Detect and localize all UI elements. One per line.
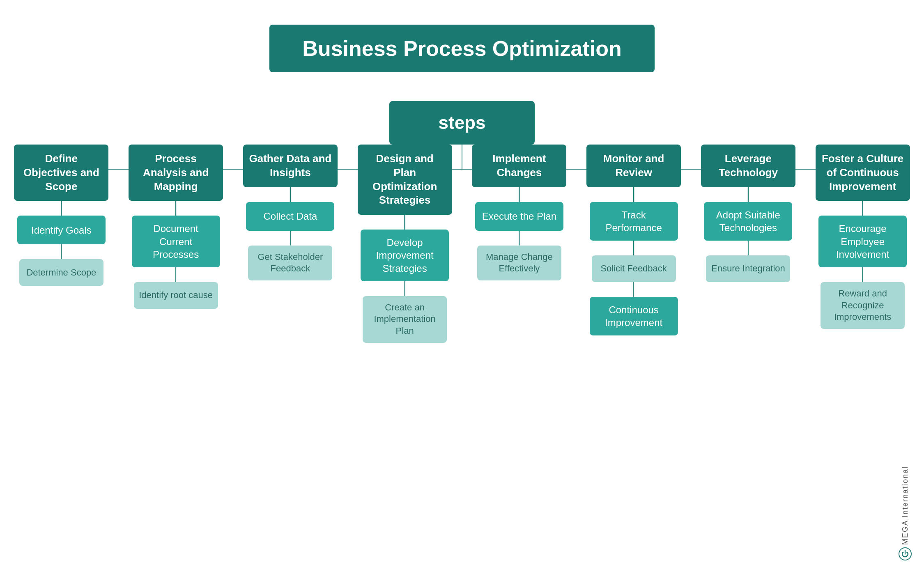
child-node-col1-0: Identify Goals — [17, 216, 106, 244]
columns-area: Define Objectives and ScopeIdentify Goal… — [4, 145, 920, 343]
steps-label: steps — [439, 113, 486, 133]
column-col5: Implement ChangesExecute the PlanManage … — [462, 145, 577, 280]
col-header-col3: Gather Data and Insights — [243, 145, 338, 187]
child-node-col6-2: Continuous Improvement — [590, 297, 678, 335]
steps-root-box: steps — [389, 101, 535, 145]
diagram-container: Business Process Optimization steps Defi… — [0, 0, 924, 581]
column-col8: Foster a Culture of Continuous Improveme… — [805, 145, 920, 329]
col-header-col2: Process Analysis and Mapping — [129, 145, 223, 201]
column-col7: Leverage TechnologyAdopt Suitable Techno… — [691, 145, 806, 282]
child-node-col6-0: Track Performance — [590, 202, 678, 241]
child-node-col3-0: Collect Data — [246, 202, 334, 231]
col-header-col8: Foster a Culture of Continuous Improveme… — [816, 145, 910, 201]
child-node-col7-0: Adopt Suitable Technologies — [704, 202, 792, 241]
child-node-col1-1: Determine Scope — [19, 259, 103, 286]
watermark-text: MEGA International — [901, 466, 910, 545]
child-node-col5-1: Manage Change Effectively — [477, 246, 561, 280]
child-node-col4-1: Create an Implementation Plan — [363, 296, 447, 343]
column-col4: Design and Plan Optimization StrategiesD… — [347, 145, 462, 343]
col-header-col5: Implement Changes — [472, 145, 566, 187]
col-header-col1: Define Objectives and Scope — [14, 145, 108, 201]
watermark: MEGA International ⏻ — [899, 466, 912, 560]
col-header-col4: Design and Plan Optimization Strategies — [358, 145, 452, 215]
column-col1: Define Objectives and ScopeIdentify Goal… — [4, 145, 119, 286]
child-node-col3-1: Get Stakeholder Feedback — [248, 246, 332, 280]
child-node-col2-1: Identify root cause — [134, 282, 218, 309]
column-col2: Process Analysis and MappingDocument Cur… — [119, 145, 233, 309]
child-node-col4-0: Develop Improvement Strategies — [361, 230, 449, 281]
child-node-col8-1: Reward and Recognize Improvements — [821, 282, 905, 329]
column-col6: Monitor and ReviewTrack PerformanceSolic… — [577, 145, 691, 335]
child-node-col8-0: Encourage Employee Involvement — [818, 216, 907, 267]
title-box: Business Process Optimization — [269, 25, 654, 72]
child-node-col6-1: Solicit Feedback — [592, 255, 676, 282]
col-header-col6: Monitor and Review — [586, 145, 681, 187]
col-header-col7: Leverage Technology — [701, 145, 795, 187]
child-node-col5-0: Execute the Plan — [475, 202, 563, 231]
child-node-col2-0: Document Current Processes — [132, 216, 220, 267]
watermark-icon: ⏻ — [899, 547, 912, 560]
child-node-col7-1: Ensure Integration — [706, 255, 790, 282]
column-col3: Gather Data and InsightsCollect DataGet … — [233, 145, 348, 280]
title-text: Business Process Optimization — [302, 37, 621, 60]
